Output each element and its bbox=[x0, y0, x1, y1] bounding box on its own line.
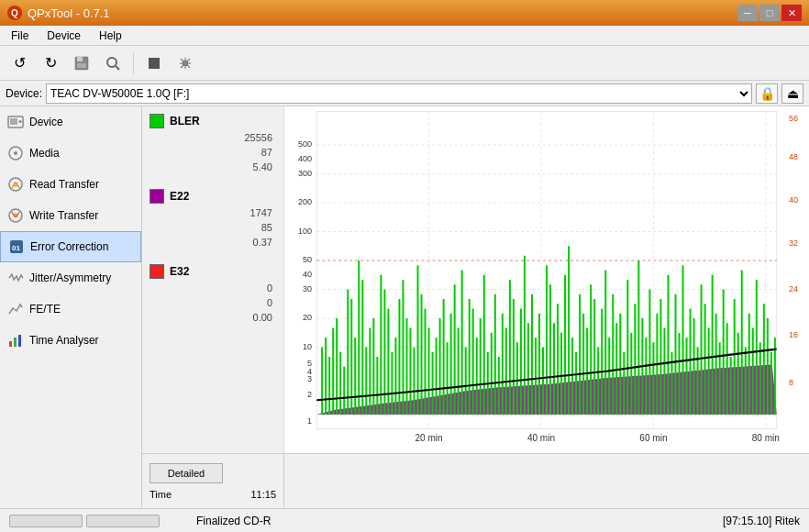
menu-device[interactable]: Device bbox=[39, 28, 88, 44]
maximize-button[interactable]: □ bbox=[759, 5, 780, 21]
svg-rect-126 bbox=[648, 290, 650, 416]
svg-rect-57 bbox=[394, 338, 396, 415]
svg-rect-80 bbox=[480, 318, 482, 415]
chart-container: BLER 25556 87 5.40 E22 1747 85 0.37 bbox=[142, 106, 809, 453]
chart-svg: 500 400 300 200 100 50 40 30 20 10 5 4 3… bbox=[284, 106, 809, 453]
menu-file[interactable]: File bbox=[4, 28, 36, 44]
svg-rect-158 bbox=[767, 318, 769, 415]
svg-text:32: 32 bbox=[789, 238, 798, 248]
bler-val3: 5.40 bbox=[150, 161, 276, 172]
time-label: Time bbox=[150, 489, 172, 500]
svg-rect-145 bbox=[719, 342, 721, 415]
error-correction-icon: 01 bbox=[8, 238, 25, 255]
toolbar-save[interactable] bbox=[68, 50, 95, 76]
svg-rect-71 bbox=[447, 342, 449, 415]
svg-rect-130 bbox=[663, 328, 665, 416]
svg-rect-137 bbox=[690, 309, 692, 416]
svg-rect-78 bbox=[472, 309, 474, 416]
device-bar: Device: TEAC DV-W5000E 1.0Q [F:] 🔒 ⏏ bbox=[0, 81, 809, 106]
sidebar: Device Media Read Transfer bbox=[0, 106, 142, 508]
sidebar-item-read-transfer[interactable]: Read Transfer bbox=[0, 169, 141, 200]
svg-rect-127 bbox=[652, 342, 654, 415]
svg-rect-155 bbox=[756, 280, 758, 415]
close-button[interactable]: ✕ bbox=[781, 5, 802, 21]
svg-text:3: 3 bbox=[307, 374, 312, 383]
detailed-button[interactable]: Detailed bbox=[150, 463, 223, 483]
svg-rect-90 bbox=[516, 342, 518, 415]
svg-text:30: 30 bbox=[303, 283, 312, 293]
chart-bottom bbox=[284, 454, 809, 508]
svg-rect-98 bbox=[546, 265, 548, 415]
svg-rect-61 bbox=[409, 328, 411, 416]
svg-text:40: 40 bbox=[789, 195, 798, 205]
sidebar-item-fete[interactable]: FE/TE bbox=[0, 294, 141, 325]
menu-help[interactable]: Help bbox=[92, 28, 129, 44]
chart-area: 500 400 300 200 100 50 40 30 20 10 5 4 3… bbox=[284, 106, 809, 453]
svg-text:40 min: 40 min bbox=[527, 433, 555, 443]
device-select[interactable]: TEAC DV-W5000E 1.0Q [F:] bbox=[46, 83, 752, 104]
sidebar-item-time-analyser[interactable]: Time Analyser bbox=[0, 325, 141, 356]
media-icon bbox=[7, 145, 24, 161]
sidebar-item-media[interactable]: Media bbox=[0, 138, 141, 169]
device-eject-btn[interactable]: ⏏ bbox=[781, 83, 803, 104]
toolbar-search[interactable] bbox=[99, 50, 127, 76]
device-lock-btn[interactable]: 🔒 bbox=[756, 83, 778, 104]
svg-rect-37 bbox=[321, 348, 323, 416]
svg-rect-100 bbox=[553, 323, 555, 415]
svg-rect-63 bbox=[417, 265, 419, 415]
progress-bar-bg bbox=[9, 515, 83, 527]
progress-bar-area bbox=[9, 515, 160, 527]
device-label: Device: bbox=[6, 87, 42, 100]
svg-text:56: 56 bbox=[789, 114, 798, 123]
svg-rect-135 bbox=[682, 265, 684, 415]
sidebar-item-write-transfer[interactable]: Write Transfer bbox=[0, 200, 141, 231]
e32-color bbox=[150, 264, 164, 279]
svg-rect-144 bbox=[715, 314, 717, 415]
svg-rect-50 bbox=[369, 328, 371, 416]
svg-rect-121 bbox=[630, 333, 632, 415]
toolbar-stop[interactable] bbox=[140, 50, 168, 76]
sidebar-item-error-correction[interactable]: 01 Error Correction bbox=[0, 231, 141, 262]
svg-rect-118 bbox=[619, 314, 621, 415]
svg-text:60 min: 60 min bbox=[639, 433, 667, 443]
svg-rect-46 bbox=[354, 338, 356, 415]
svg-rect-92 bbox=[524, 256, 526, 415]
svg-text:80 min: 80 min bbox=[752, 433, 780, 443]
save-icon bbox=[73, 55, 90, 72]
svg-point-3 bbox=[107, 58, 116, 67]
toolbar-forward[interactable]: ↻ bbox=[37, 50, 64, 76]
svg-rect-107 bbox=[579, 294, 581, 415]
svg-rect-108 bbox=[582, 314, 584, 415]
sidebar-item-device[interactable]: Device bbox=[0, 106, 141, 138]
svg-rect-95 bbox=[535, 338, 537, 415]
svg-rect-77 bbox=[469, 299, 471, 415]
sidebar-item-write-label: Write Transfer bbox=[29, 209, 98, 222]
e22-val3: 0.37 bbox=[150, 237, 276, 248]
bler-val1: 25556 bbox=[150, 132, 276, 143]
legend-e32: E32 bbox=[150, 264, 276, 279]
svg-rect-44 bbox=[347, 290, 349, 416]
time-analyser-icon bbox=[7, 332, 24, 349]
svg-rect-146 bbox=[723, 290, 725, 416]
svg-rect-70 bbox=[443, 299, 445, 415]
svg-text:48: 48 bbox=[789, 152, 798, 161]
svg-line-4 bbox=[116, 66, 119, 70]
minimize-button[interactable]: ─ bbox=[737, 5, 758, 21]
svg-text:400: 400 bbox=[298, 154, 312, 163]
app-icon: Q bbox=[7, 6, 22, 20]
svg-rect-101 bbox=[557, 304, 559, 415]
svg-rect-85 bbox=[498, 357, 500, 415]
toolbar-refresh[interactable]: ↺ bbox=[6, 50, 33, 76]
svg-rect-88 bbox=[509, 280, 511, 415]
svg-rect-41 bbox=[336, 318, 338, 415]
sidebar-item-time-label: Time Analyser bbox=[29, 334, 99, 347]
e22-val1: 1747 bbox=[150, 207, 276, 218]
sidebar-item-jitter[interactable]: Jitter/Asymmetry bbox=[0, 262, 141, 294]
svg-rect-119 bbox=[623, 352, 625, 415]
svg-rect-152 bbox=[745, 348, 747, 416]
svg-rect-68 bbox=[436, 338, 438, 415]
svg-rect-104 bbox=[568, 246, 570, 415]
toolbar-settings[interactable] bbox=[172, 50, 199, 76]
svg-text:24: 24 bbox=[789, 283, 798, 293]
legend-panel: BLER 25556 87 5.40 E22 1747 85 0.37 bbox=[142, 106, 284, 453]
